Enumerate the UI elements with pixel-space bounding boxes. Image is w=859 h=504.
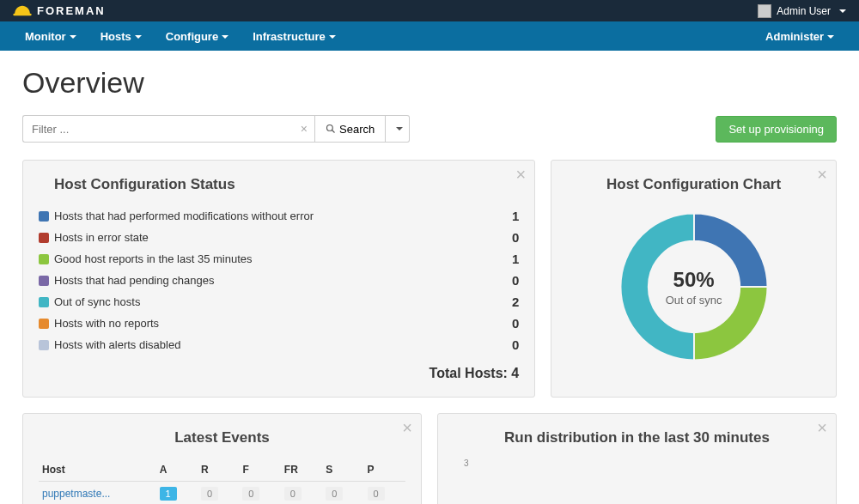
search-group: × Search <box>22 115 410 143</box>
nav-administer[interactable]: Administer <box>753 23 846 50</box>
event-badge: 1 <box>160 487 177 501</box>
nav-infrastructure[interactable]: Infrastructure <box>241 23 348 50</box>
status-item[interactable]: Hosts with no reports 0 <box>39 313 519 334</box>
search-button[interactable]: Search <box>314 115 386 143</box>
event-badge: 0 <box>201 487 218 501</box>
filter-input[interactable] <box>22 115 314 143</box>
status-count: 0 <box>512 337 519 352</box>
status-label: Hosts that had performed modifications w… <box>54 209 512 222</box>
latest-events-panel: × Latest Events HostARFFRSP puppetmaste.… <box>22 413 422 504</box>
table-header: FR <box>281 458 322 482</box>
status-label: Good host reports in the last 35 minutes <box>54 252 512 265</box>
total-label: Total Hosts: <box>430 366 508 380</box>
status-item[interactable]: Good host reports in the last 35 minutes… <box>39 248 519 270</box>
status-item[interactable]: Hosts that had pending changes 0 <box>39 270 519 291</box>
color-swatch <box>39 319 49 329</box>
brand-hardhat-icon <box>13 4 30 18</box>
color-swatch <box>39 254 49 264</box>
donut-percent: 50% <box>673 268 715 292</box>
status-count: 1 <box>512 209 519 223</box>
page-title: Overview <box>22 66 837 100</box>
brand: FOREMAN <box>13 4 106 18</box>
event-badge: 0 <box>326 487 343 501</box>
color-swatch <box>39 233 49 243</box>
event-badge: 0 <box>368 487 385 501</box>
user-menu[interactable]: Admin User <box>758 4 846 18</box>
svg-line-2 <box>332 131 335 133</box>
host-link[interactable]: puppetmaste... <box>42 488 110 500</box>
setup-provisioning-button[interactable]: Set up provisioning <box>716 116 837 143</box>
event-badge: 0 <box>242 487 259 501</box>
status-count: 0 <box>512 273 519 288</box>
search-button-label: Search <box>339 123 375 136</box>
status-label: Hosts with no reports <box>54 317 512 330</box>
status-item[interactable]: Hosts that had performed modifications w… <box>39 205 519 227</box>
panel-title: Latest Events <box>39 429 405 446</box>
status-item[interactable]: Hosts in error state 0 <box>39 227 519 248</box>
status-label: Hosts with alerts disabled <box>54 338 512 351</box>
nav-monitor[interactable]: Monitor <box>13 23 88 50</box>
close-icon[interactable]: × <box>817 166 827 183</box>
status-count: 1 <box>512 252 519 266</box>
close-icon[interactable]: × <box>516 166 527 183</box>
run-distribution-panel: × Run distribution in the last 30 minute… <box>437 413 837 504</box>
table-header: S <box>322 458 363 482</box>
topbar: FOREMAN Admin User <box>0 0 859 21</box>
status-label: Out of sync hosts <box>54 295 512 308</box>
table-header: A <box>156 458 198 482</box>
color-swatch <box>39 276 49 286</box>
toolbar: × Search Set up provisioning <box>22 115 837 143</box>
status-label: Hosts in error state <box>54 231 512 244</box>
status-count: 2 <box>512 295 519 309</box>
status-list: Hosts that had performed modifications w… <box>39 205 519 355</box>
caret-down-icon <box>222 35 228 39</box>
search-dropdown-button[interactable] <box>386 115 410 143</box>
nav-right: Administer <box>753 23 846 50</box>
navbar: Monitor Hosts Configure Infrastructure A… <box>0 21 859 51</box>
caret-down-icon <box>827 35 834 39</box>
nav-configure[interactable]: Configure <box>154 23 241 50</box>
panels-row-2: × Latest Events HostARFFRSP puppetmaste.… <box>22 413 837 504</box>
panels-row-1: × Host Configuration Status Hosts that h… <box>22 160 837 398</box>
caret-down-icon <box>135 35 142 39</box>
donut-chart: 50% Out of sync <box>612 205 776 368</box>
caret-down-icon <box>396 127 403 131</box>
nav-hosts[interactable]: Hosts <box>88 23 154 50</box>
status-item[interactable]: Out of sync hosts 2 <box>39 291 519 313</box>
panel-title: Host Configuration Chart <box>567 176 820 193</box>
axis-tick: 3 <box>464 458 820 468</box>
close-icon[interactable]: × <box>402 419 412 436</box>
table-header: P <box>364 458 405 482</box>
close-icon[interactable]: × <box>817 419 827 436</box>
svg-point-1 <box>327 125 333 131</box>
status-count: 0 <box>512 230 519 245</box>
color-swatch <box>39 340 49 350</box>
svg-rect-0 <box>13 13 31 15</box>
color-swatch <box>39 211 49 222</box>
events-table: HostARFFRSP puppetmaste...100000 <box>39 458 405 504</box>
user-name: Admin User <box>777 5 831 17</box>
donut-label: Out of sync <box>666 294 722 307</box>
color-swatch <box>39 297 49 307</box>
page: Overview × Search Set up provisioning × … <box>0 51 859 504</box>
host-config-chart-panel: × Host Configuration Chart 50% Out of sy… <box>551 160 837 398</box>
caret-down-icon <box>329 35 336 39</box>
panel-title: Host Configuration Status <box>54 176 519 193</box>
brand-name: FOREMAN <box>37 4 106 17</box>
clear-icon[interactable]: × <box>301 122 308 136</box>
status-label: Hosts that had pending changes <box>54 274 512 287</box>
table-row: puppetmaste...100000 <box>39 482 405 505</box>
status-item[interactable]: Hosts with alerts disabled 0 <box>39 334 519 355</box>
caret-down-icon <box>70 35 76 39</box>
table-header: F <box>239 458 280 482</box>
nav-left: Monitor Hosts Configure Infrastructure <box>13 23 348 50</box>
host-config-status-panel: × Host Configuration Status Hosts that h… <box>22 160 535 398</box>
event-badge: 0 <box>284 487 302 501</box>
table-header: Host <box>39 458 156 482</box>
panel-title: Run distribution in the last 30 minutes <box>454 429 820 446</box>
donut-center: 50% Out of sync <box>612 205 776 368</box>
avatar-icon <box>758 4 771 18</box>
table-header: R <box>198 458 239 482</box>
status-count: 0 <box>512 316 519 331</box>
caret-down-icon <box>839 9 846 13</box>
